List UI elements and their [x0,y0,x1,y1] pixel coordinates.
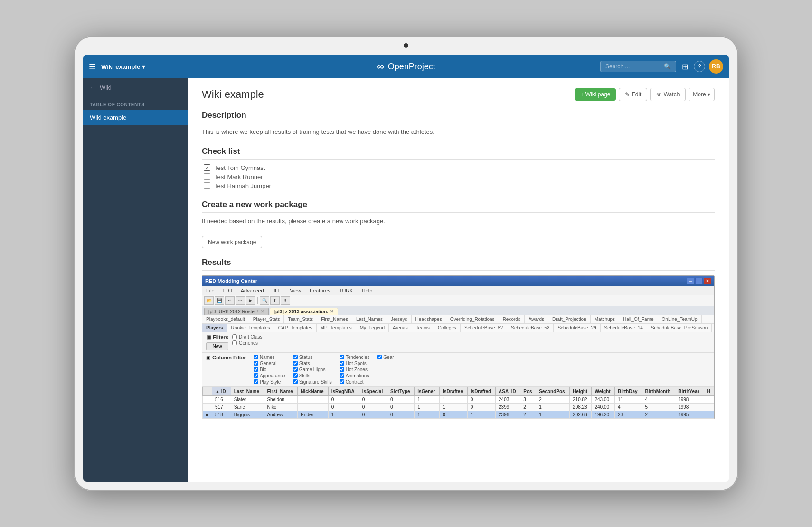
nav-tab-team-stats[interactable]: Team_Stats [284,315,317,323]
col-slottype[interactable]: SlotType [387,387,415,395]
tab-close-2[interactable]: ✕ [330,309,334,314]
toolbar-btn-4[interactable]: ↪ [236,296,245,305]
menu-turk[interactable]: TURK [337,287,355,294]
nav-tab-player-stats[interactable]: Player_Stats [249,315,284,323]
cf-sigskills[interactable]: Signature Skills [293,379,332,385]
cf-skills[interactable]: Skills [293,373,332,378]
nav-tab-draft[interactable]: Draft_Projection [548,315,591,323]
maximize-button[interactable]: □ [695,278,703,284]
nav-tab-overriding[interactable]: Overriding_Rotations [446,315,499,323]
toolbar-btn-3[interactable]: ↩ [225,296,235,305]
document-tab-2[interactable]: [pl3] z 2013 association. ✕ [270,308,339,315]
tab-close-1[interactable]: ✕ [261,309,264,314]
cf-tendencies[interactable]: Tendencies [340,355,370,360]
col-birthday[interactable]: BirthDay [614,387,642,395]
checkbox-2[interactable] [204,173,210,180]
nav-tab-rookie[interactable]: Rookie_Templates [227,324,274,332]
grid-icon[interactable]: ⊞ [680,60,690,73]
hamburger-icon[interactable]: ☰ [89,62,95,71]
filter-draft-checkbox[interactable] [232,334,237,339]
menu-help[interactable]: Help [360,287,375,294]
cf-hotspots[interactable]: Hot Spots [340,361,370,366]
menu-file[interactable]: File [204,287,217,294]
toolbar-btn-7[interactable]: ⬆ [270,296,280,305]
filter-draft-class[interactable]: Draft Class [232,334,710,339]
col-isspecial[interactable]: isSpecial [359,387,387,395]
cf-hotzones[interactable]: Hot Zones [340,367,370,372]
more-button[interactable]: More ▾ [689,88,715,101]
nav-tab-schedule29[interactable]: ScheduleBase_29 [554,324,600,332]
nav-tab-arenas[interactable]: Arenas [389,324,412,332]
menu-jff[interactable]: JFF [271,287,283,294]
nav-tab-staff[interactable]: Staff [712,324,714,332]
col-filter-collapse[interactable]: ▣ [206,355,210,360]
nav-tab-teams[interactable]: Teams [412,324,434,332]
cf-playstyle[interactable]: Play Style [254,379,285,385]
search-input[interactable] [605,63,661,70]
nav-tab-first-names[interactable]: First_Names [317,315,352,323]
nav-tab-records[interactable]: Records [499,315,525,323]
menu-view[interactable]: View [288,287,303,294]
nav-tab-schedule58[interactable]: ScheduleBase_58 [507,324,554,332]
col-isdraftee[interactable]: isDraftee [440,387,468,395]
wiki-page-button[interactable]: + Wiki page [575,88,616,101]
nav-tab-headshapes[interactable]: Headshapes [412,315,446,323]
watch-button[interactable]: 👁 Watch [650,88,686,101]
toolbar-btn-6[interactable]: 🔍 [260,296,269,305]
cf-names[interactable]: Names [254,355,285,360]
menu-edit[interactable]: Edit [221,287,234,294]
col-height[interactable]: Height [570,387,592,395]
nav-tab-matchups[interactable]: Matchups [591,315,619,323]
filter-generics-checkbox[interactable] [232,340,237,345]
new-filter-button[interactable]: New [206,342,228,350]
cf-gamehighs[interactable]: Game Highs [293,367,332,372]
nav-tab-players[interactable]: Players [202,324,227,332]
sidebar-item-wiki-example[interactable]: Wiki example [83,110,188,125]
close-button[interactable]: ✕ [704,278,711,284]
nav-tab-colleges[interactable]: Colleges [434,324,461,332]
nav-tab-jerseys[interactable]: Jerseys [387,315,411,323]
toolbar-btn-5[interactable]: ▶ [246,296,255,305]
toolbar-btn-1[interactable]: 📂 [204,296,214,305]
col-pos[interactable]: Pos [520,387,536,395]
toolbar-btn-2[interactable]: 💾 [215,296,224,305]
new-work-package-button[interactable]: New work package [202,236,262,248]
document-tab-1[interactable]: [pl3] URB 2012 Roster ! ✕ [204,308,269,315]
cf-stats[interactable]: Stats [293,361,332,366]
nav-tab-cap[interactable]: CAP_Templates [274,324,317,332]
nav-tab-online[interactable]: OnLine_TeamUp [658,315,702,323]
checkbox-3[interactable] [204,182,210,189]
nav-tab-awards[interactable]: Awards [525,315,548,323]
col-last-name[interactable]: Last_Name [231,387,264,395]
col-id[interactable]: ▲ ID [212,387,231,395]
col-h[interactable]: H [704,387,714,395]
nav-tab-schedule14[interactable]: ScheduleBase_14 [601,324,647,332]
cf-gear[interactable]: Gear [377,355,394,360]
sidebar-back-button[interactable]: ← Wiki [83,78,188,97]
toolbar-btn-8[interactable]: ⬇ [281,296,290,305]
col-nickname[interactable]: NickName [298,387,328,395]
cf-animations[interactable]: Animations [340,373,370,378]
col-weight[interactable]: Weight [592,387,615,395]
nav-tab-preseason[interactable]: ScheduleBase_PreSeason [647,324,712,332]
project-selector[interactable]: Wiki example ▾ [101,63,145,70]
cf-general[interactable]: General [254,361,285,366]
filter-generics[interactable]: Generics [232,340,710,346]
nav-tab-mp[interactable]: MP_Templates [317,324,356,332]
checkbox-1[interactable]: ✓ [204,164,210,171]
col-first-name[interactable]: First_Name [264,387,298,395]
cf-appearance[interactable]: Appearance [254,373,285,378]
edit-button[interactable]: ✎ Edit [619,88,647,101]
nav-tab-playbooks-default[interactable]: Playbooks_default [202,315,249,323]
cf-bio[interactable]: Bio [254,367,285,372]
col-birthyear[interactable]: BirthYear [675,387,704,395]
nav-tab-schedule82[interactable]: ScheduleBase_82 [461,324,507,332]
search-box[interactable]: 🔍 [600,61,676,72]
table-row[interactable]: 516 Slater Sheldon 0 0 0 1 [203,395,714,403]
cf-status[interactable]: Status [293,355,332,360]
col-isregnba[interactable]: isRegNBA [328,387,359,395]
table-row[interactable]: 517 Saric Niko 0 0 0 1 [203,403,714,411]
cf-contract[interactable]: Contract [340,379,370,385]
filter-collapse-icon[interactable]: ▣ [206,334,211,340]
menu-features[interactable]: Features [308,287,332,294]
